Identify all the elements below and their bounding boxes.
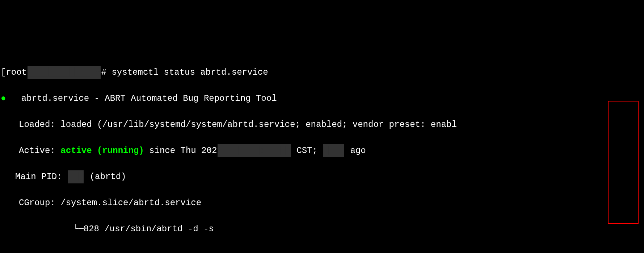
mainpid-line: Main PID: ███ (abrtd) — [1, 170, 643, 183]
loaded-value: loaded (/usr/lib/systemd/system/abrtd.se… — [60, 120, 457, 129]
cgroup-tree-line: └─828 /usr/sbin/abrtd -d -s — [1, 223, 643, 236]
mainpid-redacted: ███ — [68, 170, 84, 183]
prompt-line[interactable]: [root████████████ ~# systemctl status ab… — [1, 66, 643, 79]
active-label: Active: — [19, 146, 55, 155]
active-since: since Thu 202 — [149, 146, 217, 155]
service-header: ● abrtd.service - ABRT Automated Bug Rep… — [1, 92, 643, 105]
loaded-line: Loaded: loaded (/usr/lib/systemd/system/… — [1, 118, 643, 131]
loaded-label: Loaded: — [19, 120, 55, 129]
active-tz: CST; — [296, 146, 317, 155]
cgroup-label: CGroup: — [19, 198, 55, 208]
service-name: abrtd.service — [21, 94, 89, 103]
terminal-output: [root████████████ ~# systemctl status ab… — [1, 53, 643, 253]
active-status: active (running) — [60, 146, 144, 155]
cgroup-line: CGroup: /system.slice/abrtd.service — [1, 196, 643, 210]
prompt-user: [root — [1, 67, 27, 77]
active-duration-redacted: ████ — [323, 144, 344, 157]
command-text: systemctl status abrtd.service — [111, 67, 268, 77]
blank-line — [1, 249, 643, 253]
active-date-redacted: █████ ██:██ ██ — [218, 144, 291, 157]
status-dot-icon: ● — [1, 92, 11, 105]
tree-branch-icon: └─828 /usr/sbin/abrtd -d -s — [73, 224, 214, 234]
prompt-host-redacted: ████████████ ~ — [28, 66, 101, 79]
active-line: Active: active (running) since Thu 202██… — [1, 144, 643, 157]
mainpid-label: Main PID: — [15, 172, 62, 182]
active-ago: ago — [350, 146, 366, 155]
service-description: ABRT Automated Bug Reporting Tool — [105, 94, 277, 103]
mainpid-value: (abrtd) — [90, 172, 126, 182]
prompt-hash: # — [101, 67, 106, 77]
cgroup-value: /system.slice/abrtd.service — [60, 198, 201, 208]
